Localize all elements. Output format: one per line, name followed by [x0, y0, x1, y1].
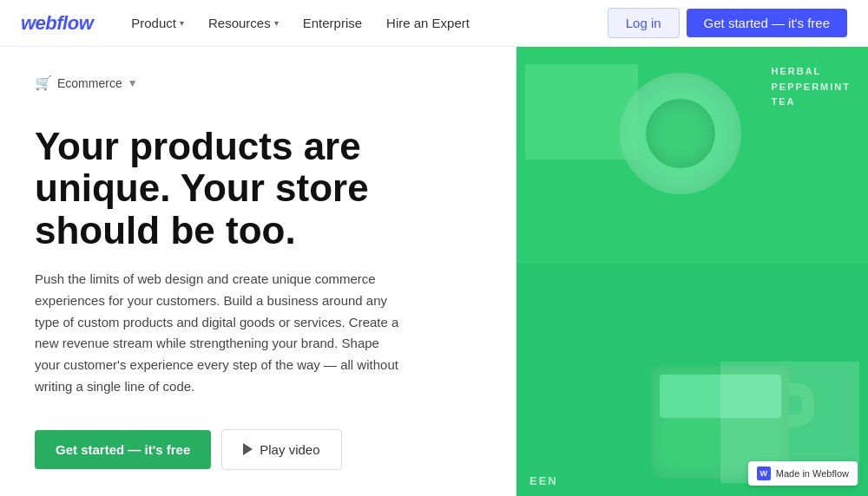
nav-actions: Log in Get started — it's free [608, 8, 847, 38]
get-started-button[interactable]: Get started — it's free [687, 9, 847, 37]
play-video-button[interactable]: Play video [221, 429, 341, 470]
green-background: HERBAL PEPPERMINT TEA EEN W Made in Webf… [516, 47, 868, 496]
nav-item-enterprise[interactable]: Enterprise [293, 10, 372, 36]
hero-cta-button[interactable]: Get started — it's free [35, 430, 211, 469]
hero-body-text: Push the limits of web design and create… [35, 269, 408, 398]
hero-left: 🛒 Ecommerce ▼ Your products are unique. … [0, 47, 516, 496]
nav-links: Product ▾ Resources ▾ Enterprise Hire an… [121, 10, 607, 36]
navbar: webflow Product ▾ Resources ▾ Enterprise… [0, 0, 868, 47]
play-icon [243, 443, 253, 455]
hero-image: HERBAL PEPPERMINT TEA EEN W Made in Webf… [516, 47, 868, 496]
login-button[interactable]: Log in [608, 8, 680, 38]
webflow-logo[interactable]: webflow [21, 12, 93, 35]
chevron-down-icon: ▾ [274, 18, 279, 28]
overlay-card-top [525, 64, 638, 160]
nav-item-hire-expert[interactable]: Hire an Expert [376, 10, 480, 36]
badge-label: Made in Webflow [776, 468, 849, 479]
main-content: 🛒 Ecommerce ▼ Your products are unique. … [0, 47, 868, 496]
chevron-down-icon: ▾ [180, 18, 184, 28]
nav-item-resources[interactable]: Resources ▾ [198, 10, 289, 36]
nav-resources-label: Resources [208, 16, 271, 30]
webflow-badge-logo: W [757, 467, 771, 480]
made-in-webflow-badge[interactable]: W Made in Webflow [748, 461, 858, 486]
breadcrumb-label: Ecommerce [57, 76, 122, 90]
nav-hire-label: Hire an Expert [386, 16, 470, 30]
cart-icon: 🛒 [35, 75, 52, 91]
hero-buttons: Get started — it's free Play video [35, 429, 482, 470]
bottom-text-overlay: EEN [529, 474, 558, 487]
tea-top-section: HERBAL PEPPERMINT TEA [516, 47, 868, 263]
nav-enterprise-label: Enterprise [303, 16, 362, 30]
nav-item-product[interactable]: Product ▾ [121, 10, 194, 36]
nav-product-label: Product [131, 16, 176, 30]
hero-headline: Your products are unique. Your store sho… [35, 126, 482, 251]
product-text-overlay: HERBAL PEPPERMINT TEA [771, 64, 851, 110]
play-video-label: Play video [260, 442, 319, 457]
chevron-down-icon: ▼ [128, 77, 138, 89]
breadcrumb[interactable]: 🛒 Ecommerce ▼ [35, 75, 482, 91]
